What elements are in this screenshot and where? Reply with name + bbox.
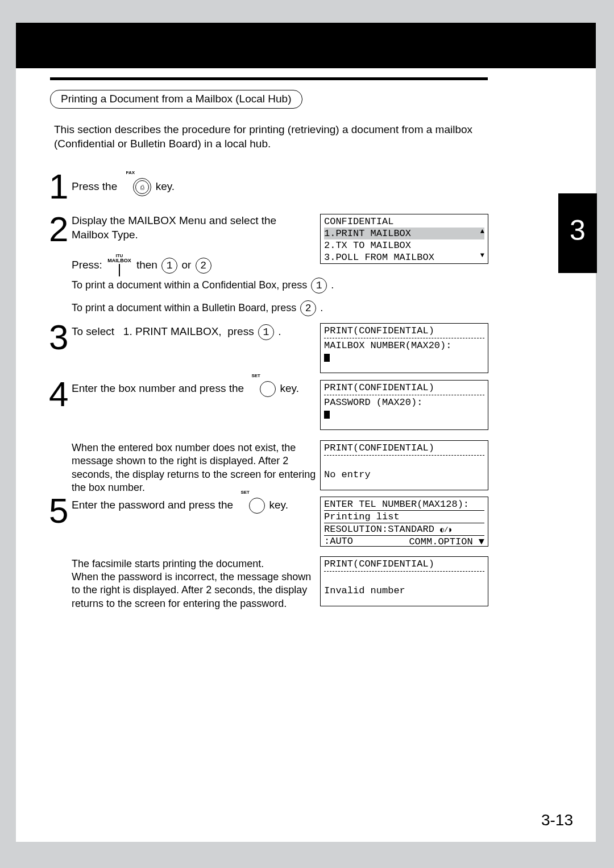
key-2-icon: 2 <box>300 300 316 316</box>
arrow-down-icon: ▼ <box>480 251 484 260</box>
text: or <box>181 259 191 271</box>
cursor-icon <box>324 411 330 419</box>
lcd-line: 2.TX TO MAILBOX <box>324 240 411 251</box>
step-1: 1 <box>49 171 68 202</box>
lcd-step4b: PRINT(CONFIDENTIAL) No entry <box>320 440 488 490</box>
dashed-line-icon <box>324 455 484 456</box>
heavy-rule <box>50 77 488 80</box>
lcd-line: CONFIDENTIAL <box>324 216 393 227</box>
text: press <box>227 325 254 337</box>
set-key-icon <box>260 381 276 397</box>
text: Press the <box>72 180 117 192</box>
step-2: 2 <box>49 213 68 245</box>
key-1-icon: 1 <box>258 324 274 340</box>
set-key-icon <box>249 498 265 514</box>
lcd-line: PASSWORD (MAX20): <box>324 397 422 408</box>
lcd-step5b: PRINT(CONFIDENTIAL) Invalid number <box>320 556 488 606</box>
text: To select <box>72 325 114 337</box>
lcd-step2: CONFIDENTIAL 1.PRINT MAILBOX▲ 2.TX TO MA… <box>320 214 488 264</box>
text: To print a document within a Bulletin Bo… <box>72 302 296 313</box>
set-label: SET <box>251 373 260 379</box>
step-4: 4 <box>49 378 68 410</box>
arrow-down-icon: ▼ <box>479 536 484 547</box>
text: then <box>136 259 157 271</box>
header-blackbar <box>16 23 596 68</box>
lcd-line: Printing list <box>324 511 400 522</box>
step-3-body: To select 1. PRINT MAILBOX, press 1 . <box>72 324 281 340</box>
lcd-line: PRINT(CONFIDENTIAL) <box>324 559 434 569</box>
lcd-line: PRINT(CONFIDENTIAL) <box>324 443 434 453</box>
dashed-line-icon <box>324 395 484 395</box>
step-5-body: Enter the password and press the SET key… <box>72 498 288 514</box>
step-2-body: Display the MAILBOX Menu and select the … <box>72 214 316 242</box>
set-label: SET <box>240 490 250 495</box>
key-1-icon: 1 <box>311 278 327 294</box>
step-number: 4 <box>49 374 68 414</box>
sheet: Printing a Document from a Mailbox (Loca… <box>16 23 596 842</box>
step-1-body: Press the FAX ⎙ key. <box>72 178 175 196</box>
step-number: 5 <box>49 491 68 530</box>
key-1-icon: 1 <box>161 258 177 274</box>
lcd-line-highlight: 1.PRINT MAILBOX <box>324 228 484 239</box>
text: . <box>331 279 334 291</box>
text: 1. PRINT MAILBOX, <box>123 325 222 337</box>
lcd-line: 3.POLL FROM MAILBOX <box>324 252 434 263</box>
mailbox-key-icon: ITU MAILBOX <box>107 254 131 278</box>
lcd-line: No entry <box>324 469 371 480</box>
step-3: 3 <box>49 321 68 353</box>
text: Press: <box>72 259 102 271</box>
lcd-step5a: ENTER TEL NUMBER(MAX128): Printing list … <box>320 497 488 547</box>
fax-key-icon: ⎙ <box>133 178 151 196</box>
lcd-step4a: PRINT(CONFIDENTIAL) PASSWORD (MAX20): <box>320 380 488 430</box>
step-number: 2 <box>49 209 68 249</box>
step-2-press-row: Press: ITU MAILBOX then 1 or 2 <box>72 254 213 278</box>
step-4-body: Enter the box number and press the SET k… <box>72 381 299 397</box>
text: Enter the password and press the <box>72 499 233 511</box>
fax-label: FAX <box>126 170 135 176</box>
text: key. <box>269 499 288 511</box>
cursor-icon <box>324 354 330 362</box>
lcd-line: MAILBOX NUMBER(MAX20): <box>324 340 451 351</box>
step-number: 3 <box>49 317 68 357</box>
lcd-line: PRINT(CONFIDENTIAL) <box>324 325 434 336</box>
key-2-icon: 2 <box>196 258 211 274</box>
step-4-note: When the entered box number does not exi… <box>72 441 316 495</box>
lcd-step3: PRINT(CONFIDENTIAL) MAILBOX NUMBER(MAX20… <box>320 323 488 373</box>
text: . <box>320 302 323 313</box>
text: key. <box>156 180 175 192</box>
text: key. <box>280 382 299 394</box>
step-2-sub1: To print a document within a Confidentia… <box>72 278 334 294</box>
chapter-number: 3 <box>570 214 586 246</box>
text: To print a document within a Confidentia… <box>72 279 307 291</box>
step-5-note1: The facsimile starts printing the docume… <box>72 557 316 571</box>
lcd-line: RESOLUTION:STANDARD <box>324 524 434 535</box>
step-number: 1 <box>49 167 68 206</box>
lcd-line: COMM.OPTION <box>409 536 472 547</box>
text: . <box>278 325 281 337</box>
text: Enter the box number and press the <box>72 382 244 394</box>
dashed-line-icon <box>324 571 484 572</box>
lcd-line: Invalid number <box>324 585 405 596</box>
intro-paragraph: This section describes the procedure for… <box>54 123 486 151</box>
section-title: Printing a Document from a Mailbox (Loca… <box>61 93 292 105</box>
step-2-sub2: To print a document within a Bulletin Bo… <box>72 300 323 316</box>
step-5-note2: When the password is incorrect, the mess… <box>72 571 322 610</box>
dashed-line-icon <box>324 338 484 338</box>
step-5: 5 <box>49 495 68 527</box>
section-title-pill: Printing a Document from a Mailbox (Loca… <box>50 90 302 109</box>
lcd-line: ENTER TEL NUMBER(MAX128): <box>324 499 469 510</box>
page: Printing a Document from a Mailbox (Loca… <box>0 0 614 868</box>
page-number: 3-13 <box>541 811 573 829</box>
lcd-line: PRINT(CONFIDENTIAL) <box>324 382 434 393</box>
chapter-tab: 3 <box>558 193 597 273</box>
contrast-icon: ◐/◗ <box>440 526 453 534</box>
text: Display the MAILBOX Menu and select the … <box>72 214 276 241</box>
arrow-up-icon: ▲ <box>480 228 484 236</box>
